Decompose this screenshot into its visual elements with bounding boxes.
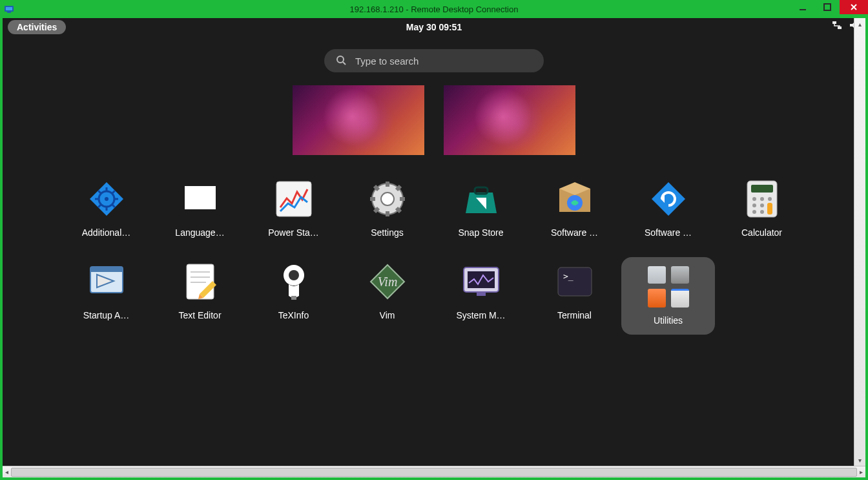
- software-updates-icon: [554, 178, 595, 220]
- svg-rect-5: [832, 21, 836, 24]
- svg-text:>_: >_: [563, 271, 574, 281]
- clock-menu[interactable]: May 30 09:51: [3, 22, 865, 32]
- svg-rect-3: [800, 9, 806, 10]
- system-monitor-icon: [460, 261, 502, 302]
- svg-rect-43: [90, 267, 123, 272]
- svg-point-24: [381, 193, 394, 205]
- svg-marker-30: [652, 182, 685, 216]
- svg-rect-33: [751, 185, 773, 193]
- svg-rect-59: [477, 292, 486, 296]
- language-support-icon: [180, 178, 221, 220]
- vertical-scrollbar[interactable]: ▴ ▾: [854, 18, 865, 466]
- minimize-button[interactable]: [790, 0, 815, 14]
- svg-point-36: [768, 197, 772, 201]
- search-placeholder: Type to search: [355, 56, 418, 67]
- app-label: Additional…: [82, 227, 131, 238]
- svg-rect-6: [838, 26, 842, 29]
- app-vim[interactable]: Vim Vim: [340, 257, 434, 335]
- app-snap-store[interactable]: Snap Store: [434, 174, 528, 242]
- app-texinfo[interactable]: TeXInfo: [247, 257, 340, 335]
- text-editor-icon: [180, 261, 221, 302]
- scroll-up-button[interactable]: ▴: [854, 18, 865, 30]
- app-label: Language…: [175, 227, 224, 238]
- svg-line-22: [397, 186, 400, 190]
- svg-text:Vim: Vim: [377, 275, 397, 289]
- app-system-monitor[interactable]: System M…: [434, 257, 528, 335]
- calculator-icon: [741, 178, 783, 220]
- svg-line-21: [397, 208, 400, 212]
- app-startup-applications[interactable]: Startup A…: [59, 257, 153, 335]
- horizontal-scrollbar[interactable]: ◂ ▸: [3, 466, 865, 477]
- app-text-editor[interactable]: Text Editor: [153, 257, 247, 335]
- app-language-support[interactable]: Language…: [153, 174, 247, 242]
- scroll-left-button[interactable]: ◂: [5, 468, 8, 475]
- workspace-1[interactable]: [293, 85, 424, 155]
- scroll-track[interactable]: [11, 468, 857, 477]
- svg-rect-41: [767, 203, 772, 214]
- svg-point-39: [752, 210, 756, 214]
- app-label: Text Editor: [178, 310, 221, 320]
- app-label: Power Sta…: [268, 227, 319, 238]
- application-grid: Additional… Language… Power Sta…: [59, 174, 809, 335]
- rdp-window-title: 192.168.1.210 - Remote Desktop Connectio…: [0, 5, 868, 14]
- startup-applications-icon: [86, 261, 127, 302]
- app-label: Vim: [380, 310, 395, 320]
- app-terminal[interactable]: >_ Terminal: [528, 257, 621, 335]
- app-settings[interactable]: Settings: [340, 174, 434, 242]
- snap-store-icon: [460, 178, 502, 220]
- svg-line-20: [375, 186, 378, 190]
- rdp-window-frame: 192.168.1.210 - Remote Desktop Connectio…: [0, 0, 868, 480]
- workspace-thumbnails: [293, 85, 575, 155]
- app-software-updater[interactable]: Software …: [621, 174, 715, 242]
- app-label: Software …: [645, 227, 692, 238]
- app-software-updates[interactable]: Software …: [528, 174, 621, 242]
- remote-session-viewport: Activities May 30 09:51 Type to search: [3, 18, 865, 477]
- texinfo-icon: [273, 261, 315, 302]
- app-label: Startup A…: [83, 310, 130, 320]
- app-folder-utilities[interactable]: Utilities: [621, 257, 715, 335]
- app-additional-drivers[interactable]: Additional…: [59, 174, 153, 242]
- close-button[interactable]: [840, 0, 868, 14]
- utilities-folder-icon: [648, 266, 689, 308]
- overview-search[interactable]: Type to search: [324, 49, 544, 72]
- scroll-right-button[interactable]: ▸: [860, 468, 863, 475]
- app-label: Settings: [371, 227, 404, 238]
- svg-line-23: [375, 208, 378, 212]
- app-label: Terminal: [557, 310, 592, 320]
- vim-icon: Vim: [367, 261, 408, 302]
- scroll-down-button[interactable]: ▾: [854, 454, 865, 466]
- app-label: Utilities: [654, 315, 683, 326]
- power-statistics-icon: [273, 178, 315, 220]
- rdp-titlebar[interactable]: 192.168.1.210 - Remote Desktop Connectio…: [0, 0, 868, 18]
- svg-point-11: [105, 197, 108, 201]
- workspace-2[interactable]: [444, 85, 575, 155]
- app-label: Software …: [551, 227, 598, 238]
- maximize-button[interactable]: [815, 0, 840, 14]
- svg-point-40: [760, 210, 764, 214]
- svg-rect-4: [824, 4, 831, 10]
- activities-overview: Type to search Additional…: [3, 36, 865, 477]
- app-calculator[interactable]: Calculator: [715, 174, 809, 242]
- svg-point-52: [289, 270, 299, 280]
- terminal-icon: >_: [554, 261, 595, 302]
- network-icon[interactable]: [832, 20, 842, 32]
- svg-rect-26: [475, 187, 488, 194]
- app-label: TeXInfo: [278, 310, 309, 320]
- svg-point-37: [752, 203, 756, 207]
- app-label: Snap Store: [458, 227, 503, 238]
- additional-drivers-icon: [86, 178, 127, 220]
- app-power-statistics[interactable]: Power Sta…: [247, 174, 340, 242]
- svg-rect-53: [291, 296, 296, 300]
- app-label: System M…: [456, 310, 505, 320]
- gnome-top-bar: Activities May 30 09:51: [3, 18, 865, 36]
- settings-icon: [367, 178, 408, 220]
- app-label: Calculator: [741, 227, 782, 238]
- search-icon: [336, 55, 346, 67]
- svg-point-35: [760, 197, 764, 201]
- svg-point-8: [337, 56, 344, 63]
- svg-point-34: [752, 197, 756, 201]
- svg-point-38: [760, 203, 764, 207]
- software-updater-icon: [648, 178, 689, 220]
